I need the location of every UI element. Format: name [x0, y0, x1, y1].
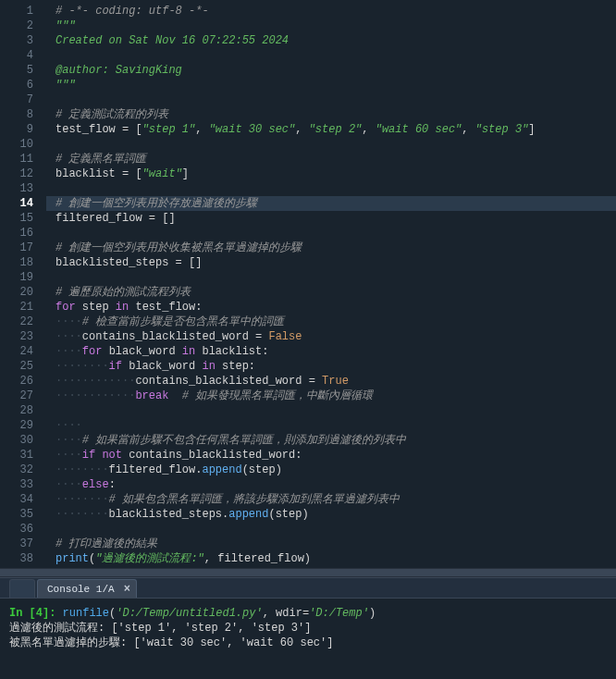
code-line[interactable]: ····if not contains_blacklisted_word: [55, 448, 616, 463]
code-editor[interactable]: 1234567891011121314151617181920212223242… [0, 0, 616, 568]
line-number[interactable]: 10 [4, 137, 33, 152]
line-number[interactable]: 15 [4, 211, 33, 226]
line-number[interactable]: 24 [4, 344, 33, 359]
console-tab[interactable]: Console 1/A × [37, 579, 137, 598]
line-number[interactable]: 1 [4, 4, 33, 19]
code-line[interactable]: # 定義測試流程的列表 [55, 107, 616, 122]
line-number[interactable]: 32 [4, 463, 33, 477]
line-number[interactable]: 29 [4, 418, 33, 433]
line-number[interactable]: 17 [4, 241, 33, 255]
code-line[interactable]: @author: SavingKing [55, 63, 616, 78]
line-number[interactable]: 16 [4, 226, 33, 241]
line-number[interactable]: 6 [4, 78, 33, 93]
code-line[interactable]: ····contains_blacklisted_word = False [55, 329, 616, 344]
code-line[interactable] [55, 403, 616, 418]
line-number[interactable]: 9 [4, 122, 33, 137]
line-number[interactable]: 4 [4, 48, 33, 63]
code-line[interactable]: blacklist = ["wait"] [55, 167, 616, 181]
line-number[interactable]: 14 [4, 196, 33, 211]
code-line[interactable]: Created on Sat Nov 16 07:22:55 2024 [55, 33, 616, 48]
input-prompt: In [4]: [9, 607, 63, 620]
line-number[interactable]: 18 [4, 255, 33, 270]
line-number[interactable]: 33 [4, 477, 33, 492]
code-line[interactable]: ····else: [55, 477, 616, 492]
code-line[interactable] [55, 226, 616, 241]
code-line[interactable]: # 打印過濾後的結果 [55, 537, 616, 551]
code-area[interactable]: # -*- coding: utf-8 -*-"""Created on Sat… [46, 0, 616, 568]
code-line[interactable] [55, 93, 616, 107]
code-line[interactable] [55, 522, 616, 537]
console-line: 過濾後的測試流程: ['step 1', 'step 2', 'step 3'] [9, 622, 311, 635]
line-number[interactable]: 8 [4, 107, 33, 122]
line-number[interactable]: 37 [4, 537, 33, 551]
pane-divider[interactable] [0, 568, 616, 577]
tab-options-button[interactable] [9, 579, 35, 598]
code-line[interactable]: # 定義黑名單詞匯 [55, 152, 616, 167]
line-number[interactable]: 34 [4, 492, 33, 507]
code-line[interactable]: filtered_flow = [] [55, 211, 616, 226]
code-line[interactable]: # 遍歷原始的測試流程列表 [55, 285, 616, 300]
code-line[interactable] [55, 270, 616, 285]
line-number[interactable]: 36 [4, 522, 33, 537]
console-pane: Console 1/A × In [4]: runfile('D:/Temp/u… [0, 577, 616, 679]
code-line[interactable]: # 創建一個空列表用於存放過濾後的步驟 [46, 196, 616, 211]
line-number-gutter: 1234567891011121314151617181920212223242… [0, 0, 46, 568]
code-line[interactable]: ····for black_word in blacklist: [55, 344, 616, 359]
code-line[interactable]: ········# 如果包含黑名單詞匯，將該步驟添加到黑名單過濾列表中 [55, 492, 616, 507]
code-line[interactable]: # 創建一個空列表用於收集被黑名單過濾掉的步驟 [55, 241, 616, 255]
line-number[interactable]: 12 [4, 167, 33, 181]
line-number[interactable]: 21 [4, 300, 33, 315]
code-line[interactable]: blacklisted_steps = [] [55, 255, 616, 270]
line-number[interactable]: 7 [4, 93, 33, 107]
line-number[interactable]: 2 [4, 19, 33, 33]
code-line[interactable]: ····# 如果當前步驟不包含任何黑名單詞匯，則添加到過濾後的列表中 [55, 433, 616, 448]
line-number[interactable]: 27 [4, 389, 33, 403]
code-line[interactable]: ···· [55, 418, 616, 433]
code-line[interactable]: """ [55, 78, 616, 93]
code-line[interactable]: """ [55, 19, 616, 33]
line-number[interactable]: 11 [4, 152, 33, 167]
line-number[interactable]: 35 [4, 507, 33, 522]
line-number[interactable]: 28 [4, 403, 33, 418]
code-line[interactable]: ········blacklisted_steps.append(step) [55, 507, 616, 522]
code-line[interactable]: ········filtered_flow.append(step) [55, 463, 616, 477]
line-number[interactable]: 31 [4, 448, 33, 463]
line-number[interactable]: 20 [4, 285, 33, 300]
console-tab-bar: Console 1/A × [0, 578, 616, 599]
code-line[interactable]: for step in test_flow: [55, 300, 616, 315]
code-line[interactable]: ····# 檢查當前步驟是否包含黑名單中的詞匯 [55, 315, 616, 329]
code-line[interactable]: ············break # 如果發現黑名單詞匯，中斷內層循環 [55, 389, 616, 403]
line-number[interactable]: 23 [4, 329, 33, 344]
line-number[interactable]: 25 [4, 359, 33, 374]
console-tab-label: Console 1/A [47, 584, 115, 595]
close-icon[interactable]: × [124, 583, 130, 596]
console-call: runfile [63, 607, 109, 620]
line-number[interactable]: 5 [4, 63, 33, 78]
code-line[interactable]: # -*- coding: utf-8 -*- [55, 4, 616, 19]
code-line[interactable]: ············contains_blacklisted_word = … [55, 374, 616, 389]
line-number[interactable]: 26 [4, 374, 33, 389]
line-number[interactable]: 30 [4, 433, 33, 448]
line-number[interactable]: 22 [4, 315, 33, 329]
code-line[interactable]: test_flow = ["step 1", "wait 30 sec", "s… [55, 122, 616, 137]
code-line[interactable] [55, 137, 616, 152]
code-line[interactable] [55, 48, 616, 63]
console-line: 被黑名單過濾掉的步驟: ['wait 30 sec', 'wait 60 sec… [9, 636, 333, 649]
line-number[interactable]: 13 [4, 181, 33, 196]
console-output[interactable]: In [4]: runfile('D:/Temp/untitled1.py', … [0, 599, 616, 658]
line-number[interactable]: 38 [4, 551, 33, 566]
code-line[interactable] [55, 181, 616, 196]
line-number[interactable]: 19 [4, 270, 33, 285]
line-number[interactable]: 3 [4, 33, 33, 48]
code-line[interactable]: ········if black_word in step: [55, 359, 616, 374]
code-line[interactable]: print("過濾後的測試流程:", filtered_flow) [55, 551, 616, 566]
